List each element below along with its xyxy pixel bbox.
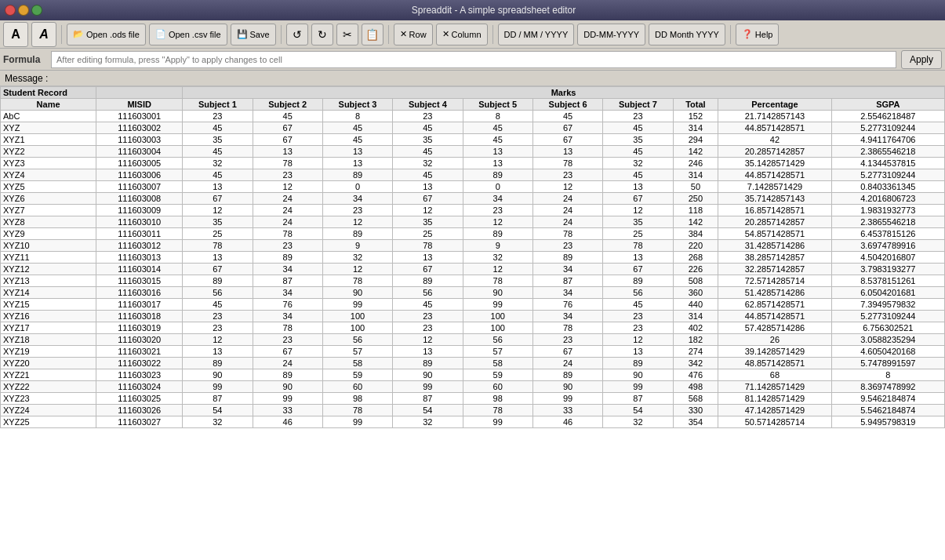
table-cell[interactable]: 13	[322, 158, 392, 169]
table-cell[interactable]: 4.9411764706	[831, 134, 944, 146]
table-cell[interactable]: 4.6050420168	[831, 346, 944, 358]
table-cell[interactable]: 32	[603, 416, 673, 428]
table-cell[interactable]: 45	[393, 122, 463, 134]
table-cell[interactable]: 89	[532, 369, 602, 381]
table-cell[interactable]: 99	[603, 381, 673, 393]
table-cell[interactable]: 35	[603, 216, 673, 228]
table-cell[interactable]: 78	[532, 228, 602, 240]
table-row[interactable]: XYZ111160300335674535456735294424.941176…	[1, 134, 945, 146]
table-cell[interactable]: 12	[393, 334, 463, 346]
table-cell[interactable]: 111603012	[96, 240, 183, 252]
table-cell[interactable]: XYZ14	[1, 287, 96, 299]
table-cell[interactable]: 78	[603, 240, 673, 252]
table-cell[interactable]: 90	[393, 369, 463, 381]
table-cell[interactable]: 35	[183, 216, 253, 228]
table-cell[interactable]: 89	[322, 228, 392, 240]
table-cell[interactable]: 67	[253, 134, 322, 146]
table-cell[interactable]: 360	[673, 287, 718, 299]
table-cell[interactable]: 294	[673, 134, 718, 146]
table-cell[interactable]: 45	[532, 111, 602, 122]
table-cell[interactable]: 111603001	[96, 111, 183, 122]
table-cell[interactable]: 32	[463, 252, 532, 264]
close-button[interactable]	[5, 5, 16, 16]
table-cell[interactable]: 6.0504201681	[831, 287, 944, 299]
table-cell[interactable]: 45	[183, 169, 253, 181]
table-cell[interactable]: 24	[253, 216, 322, 228]
table-cell[interactable]: 47.1428571429	[718, 405, 831, 416]
table-cell[interactable]: 111603025	[96, 393, 183, 405]
table-cell[interactable]: 67	[253, 122, 322, 134]
table-cell[interactable]: XYZ6	[1, 193, 96, 205]
table-cell[interactable]: 32	[322, 252, 392, 264]
table-row[interactable]: XYZ5111603007131201301213507.14285714290…	[1, 181, 945, 193]
table-cell[interactable]: 46	[253, 416, 322, 428]
table-cell[interactable]: 32	[603, 158, 673, 169]
table-cell[interactable]: XYZ13	[1, 275, 96, 287]
table-cell[interactable]: 250	[673, 193, 718, 205]
table-cell[interactable]: 59	[463, 369, 532, 381]
table-cell[interactable]: 111603024	[96, 381, 183, 393]
table-cell[interactable]: 23	[253, 240, 322, 252]
table-cell[interactable]: 45	[393, 169, 463, 181]
table-cell[interactable]: 78	[532, 322, 602, 334]
table-cell[interactable]: 268	[673, 252, 718, 264]
table-cell[interactable]: 111603004	[96, 146, 183, 158]
table-cell[interactable]: 34	[253, 264, 322, 275]
table-cell[interactable]: 12	[322, 264, 392, 275]
table-cell[interactable]: 111603013	[96, 252, 183, 264]
table-cell[interactable]: XYZ23	[1, 393, 96, 405]
table-cell[interactable]: 111603016	[96, 287, 183, 299]
table-row[interactable]: XYZ81116030103524123512243514220.2857142…	[1, 216, 945, 228]
table-cell[interactable]: 78	[532, 158, 602, 169]
bold-button[interactable]: A	[3, 22, 28, 47]
table-cell[interactable]: 45	[322, 122, 392, 134]
table-cell[interactable]: XYZ9	[1, 228, 96, 240]
table-cell[interactable]: 0.8403361345	[831, 181, 944, 193]
table-cell[interactable]: 354	[673, 416, 718, 428]
table-cell[interactable]: 45	[183, 299, 253, 311]
table-cell[interactable]: 13	[603, 252, 673, 264]
table-cell[interactable]: 3.7983193277	[831, 264, 944, 275]
table-cell[interactable]: 23	[253, 334, 322, 346]
table-row[interactable]: XYZ151116030174576994599764544062.857142…	[1, 299, 945, 311]
cut-button[interactable]: ✂	[336, 24, 358, 45]
table-cell[interactable]: 99	[322, 416, 392, 428]
table-cell[interactable]: 23	[393, 111, 463, 122]
table-row[interactable]: XYZ16111603018233410023100342331444.8571…	[1, 311, 945, 322]
table-cell[interactable]: 45	[393, 299, 463, 311]
formula-input[interactable]	[51, 51, 896, 68]
window-controls[interactable]	[5, 5, 42, 16]
table-cell[interactable]: 111603017	[96, 299, 183, 311]
paste-button[interactable]: 📋	[362, 24, 383, 45]
table-cell[interactable]: 34	[322, 193, 392, 205]
table-cell[interactable]: 8.5378151261	[831, 275, 944, 287]
table-cell[interactable]: 89	[183, 275, 253, 287]
table-cell[interactable]: 90	[463, 287, 532, 299]
table-cell[interactable]: XYZ1	[1, 134, 96, 146]
table-cell[interactable]: 34	[532, 264, 602, 275]
table-cell[interactable]: 1.9831932773	[831, 205, 944, 216]
table-row[interactable]: XYZ221116030249990609960909949871.142857…	[1, 381, 945, 393]
table-row[interactable]: XYZ131116030158987788978878950872.571428…	[1, 275, 945, 287]
table-cell[interactable]: XYZ19	[1, 346, 96, 358]
table-cell[interactable]: 51.4285714286	[718, 287, 831, 299]
table-cell[interactable]: 78	[253, 228, 322, 240]
table-cell[interactable]: XYZ10	[1, 240, 96, 252]
minimize-button[interactable]	[18, 5, 29, 16]
table-cell[interactable]: 568	[673, 393, 718, 405]
table-cell[interactable]: 111603014	[96, 264, 183, 275]
table-cell[interactable]: XYZ20	[1, 358, 96, 369]
table-cell[interactable]: 45	[253, 111, 322, 122]
table-cell[interactable]: 45	[603, 299, 673, 311]
table-cell[interactable]: 111603003	[96, 134, 183, 146]
table-cell[interactable]: 89	[463, 228, 532, 240]
table-cell[interactable]: 34	[532, 311, 602, 322]
table-cell[interactable]: XYZ12	[1, 264, 96, 275]
table-cell[interactable]: 23	[603, 322, 673, 334]
table-cell[interactable]: 24	[253, 205, 322, 216]
table-row[interactable]: XYZ41116030064523894589234531444.8571428…	[1, 169, 945, 181]
date-ddmmyyyy2-button[interactable]: DD-MM-YYYY	[577, 24, 645, 45]
table-cell[interactable]: 87	[393, 393, 463, 405]
table-cell[interactable]: 8.3697478992	[831, 381, 944, 393]
table-cell[interactable]: 99	[463, 299, 532, 311]
